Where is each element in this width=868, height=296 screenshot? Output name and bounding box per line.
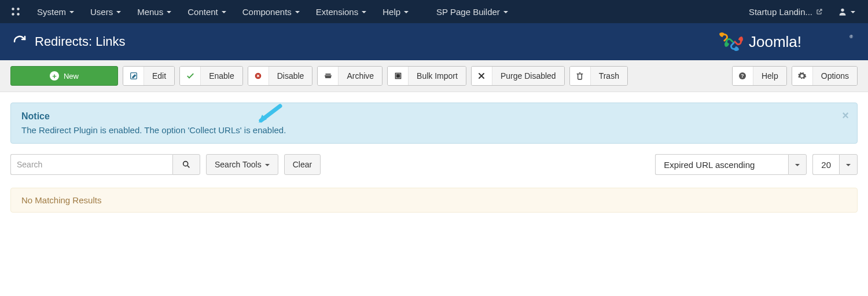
topnav-menu: System Users Menus Content Components Ex… bbox=[29, 0, 516, 23]
archive-button[interactable]: Archive bbox=[317, 66, 382, 86]
svg-rect-8 bbox=[325, 74, 330, 75]
search-button[interactable] bbox=[172, 154, 200, 175]
notice-alert: Notice The Redirect Plugin is enabled. T… bbox=[10, 103, 858, 144]
caret-down-icon bbox=[851, 11, 855, 13]
import-icon bbox=[388, 67, 409, 85]
sort-selected: Expired URL ascending bbox=[655, 154, 788, 175]
button-label: Options bbox=[813, 67, 857, 85]
page-header: Redirects: Links Joomla! ® bbox=[0, 23, 868, 60]
topnav-right: Startup Landin... bbox=[742, 0, 863, 23]
caret-down-icon bbox=[404, 11, 409, 13]
archive-icon bbox=[318, 67, 339, 85]
caret-down-icon bbox=[295, 11, 300, 13]
svg-point-1 bbox=[17, 8, 20, 10]
menu-system[interactable]: System bbox=[29, 0, 82, 23]
button-label: Trash bbox=[591, 67, 627, 85]
button-label: Help bbox=[753, 67, 786, 85]
external-link-icon bbox=[816, 8, 823, 15]
svg-point-0 bbox=[12, 8, 14, 10]
limit-selected: 20 bbox=[812, 154, 839, 175]
menu-content[interactable]: Content bbox=[179, 0, 234, 23]
notice-title: Notice bbox=[21, 111, 847, 122]
admin-topnav: System Users Menus Content Components Ex… bbox=[0, 0, 868, 23]
caret-down-icon bbox=[362, 11, 366, 13]
new-button[interactable]: + New bbox=[10, 66, 118, 86]
search-group bbox=[10, 154, 200, 175]
svg-point-4 bbox=[841, 9, 844, 12]
content-area: Notice The Redirect Plugin is enabled. T… bbox=[0, 92, 868, 223]
disable-button[interactable]: Disable bbox=[248, 66, 313, 86]
limit-select[interactable]: 20 bbox=[812, 154, 858, 175]
brand-text: Joomla! bbox=[749, 33, 801, 50]
check-icon bbox=[180, 67, 201, 85]
site-name: Startup Landin... bbox=[749, 7, 812, 17]
button-label: Archive bbox=[339, 67, 382, 85]
user-icon bbox=[838, 7, 847, 16]
page-title: Redirects: Links bbox=[35, 34, 126, 49]
refresh-icon bbox=[13, 35, 27, 49]
button-label: Purge Disabled bbox=[492, 67, 564, 85]
svg-point-2 bbox=[12, 13, 14, 16]
x-circle-icon bbox=[248, 67, 269, 85]
menu-label: Content bbox=[187, 7, 218, 17]
svg-point-3 bbox=[17, 13, 20, 16]
menu-label: Extensions bbox=[316, 7, 358, 17]
trash-icon bbox=[570, 67, 591, 85]
question-circle-icon: ? bbox=[733, 67, 753, 85]
menu-label: Components bbox=[242, 7, 292, 17]
page-title-wrap: Redirects: Links bbox=[13, 34, 126, 49]
joomla-menu-icon[interactable] bbox=[9, 5, 22, 18]
svg-rect-10 bbox=[396, 74, 399, 77]
menu-components[interactable]: Components bbox=[234, 0, 308, 23]
pencil-icon bbox=[123, 67, 144, 85]
button-label: Disable bbox=[269, 67, 312, 85]
menu-label: Users bbox=[90, 7, 113, 17]
caret-down-icon bbox=[265, 164, 270, 166]
caret-down-icon bbox=[116, 11, 121, 13]
button-label: Search Tools bbox=[215, 160, 262, 169]
menu-users[interactable]: Users bbox=[82, 0, 129, 23]
svg-point-13 bbox=[183, 162, 188, 166]
caret-down-icon bbox=[788, 154, 807, 175]
filter-bar: Search Tools Clear Expired URL ascending… bbox=[10, 154, 858, 175]
menu-label: Menus bbox=[137, 7, 163, 17]
button-label: New bbox=[64, 72, 79, 81]
sort-select[interactable]: Expired URL ascending bbox=[655, 154, 807, 175]
menu-help[interactable]: Help bbox=[374, 0, 417, 23]
menu-label: System bbox=[37, 7, 66, 17]
button-label: Edit bbox=[144, 67, 174, 85]
caret-down-icon bbox=[167, 11, 171, 13]
bulk-import-button[interactable]: Bulk Import bbox=[387, 66, 466, 86]
button-label: Clear bbox=[293, 160, 312, 169]
search-tools-button[interactable]: Search Tools bbox=[206, 154, 278, 175]
caret-down-icon bbox=[503, 11, 508, 13]
view-site-link[interactable]: Startup Landin... bbox=[742, 0, 830, 23]
action-toolbar: + New Edit Enable Disable Archive Bulk I… bbox=[0, 60, 868, 92]
options-button[interactable]: Options bbox=[792, 66, 858, 86]
plus-circle-icon: + bbox=[50, 71, 59, 81]
svg-text:?: ? bbox=[741, 73, 744, 79]
gear-icon bbox=[792, 67, 813, 85]
enable-button[interactable]: Enable bbox=[179, 66, 243, 86]
help-button[interactable]: ? Help bbox=[732, 66, 787, 86]
user-menu[interactable] bbox=[830, 0, 863, 23]
search-input[interactable] bbox=[10, 154, 172, 175]
menu-label: Help bbox=[382, 7, 400, 17]
menu-extensions[interactable]: Extensions bbox=[308, 0, 374, 23]
trash-button[interactable]: Trash bbox=[569, 66, 628, 86]
menu-menus[interactable]: Menus bbox=[129, 0, 179, 23]
button-label: Enable bbox=[201, 67, 242, 85]
x-icon bbox=[472, 67, 492, 85]
menu-label: SP Page Builder bbox=[436, 7, 500, 17]
caret-down-icon bbox=[69, 11, 74, 13]
purge-disabled-button[interactable]: Purge Disabled bbox=[471, 66, 565, 86]
close-icon[interactable]: × bbox=[842, 109, 849, 122]
button-label: Bulk Import bbox=[409, 67, 466, 85]
svg-text:®: ® bbox=[849, 34, 853, 39]
edit-button[interactable]: Edit bbox=[123, 66, 175, 86]
joomla-logo: Joomla! ® bbox=[716, 31, 855, 52]
notice-message: The Redirect Plugin is enabled. The opti… bbox=[21, 125, 847, 135]
caret-down-icon bbox=[222, 11, 226, 13]
clear-button[interactable]: Clear bbox=[284, 154, 321, 175]
menu-sp-page-builder[interactable]: SP Page Builder bbox=[428, 0, 516, 23]
